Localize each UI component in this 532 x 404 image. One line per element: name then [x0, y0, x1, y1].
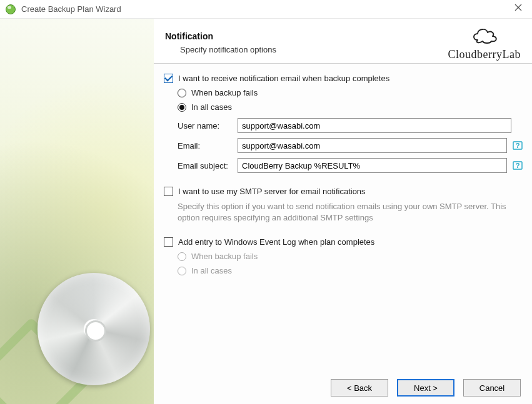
wizard-header: Notification Specify notification option… — [154, 19, 532, 63]
eventlog-label: Add entry to Windows Event Log when plan… — [178, 237, 374, 247]
svg-point-1 — [8, 6, 11, 8]
notify-email-checkbox[interactable] — [164, 74, 173, 83]
disc-graphic — [38, 273, 150, 385]
radio-when-fails-row[interactable]: When backup fails — [178, 88, 523, 97]
username-label: User name: — [178, 121, 238, 131]
smtp-checkbox[interactable] — [164, 187, 173, 196]
radio-all-cases[interactable] — [178, 103, 186, 112]
eventlog-checkbox[interactable] — [164, 237, 173, 247]
notify-email-label: I want to receive notification email whe… — [178, 74, 389, 83]
smtp-label: I want to use my SMTP server for email n… — [178, 187, 366, 196]
eventlog-radio-all-label: In all cases — [191, 266, 232, 275]
svg-text:?: ? — [516, 162, 520, 169]
notify-email-row[interactable]: I want to receive notification email whe… — [164, 74, 523, 83]
cancel-button[interactable]: Cancel — [463, 379, 521, 397]
subject-input[interactable] — [238, 158, 507, 173]
back-button[interactable]: < Back — [331, 379, 388, 397]
svg-point-0 — [6, 4, 16, 14]
eventlog-row[interactable]: Add entry to Windows Event Log when plan… — [164, 237, 523, 247]
email-label: Email: — [178, 141, 238, 150]
radio-all-cases-label: In all cases — [191, 102, 232, 112]
subject-label: Email subject: — [178, 161, 238, 170]
titlebar: Create Backup Plan Wizard — [0, 0, 532, 19]
close-icon[interactable] — [511, 2, 526, 14]
svg-text:?: ? — [516, 142, 520, 149]
wizard-sidebar — [0, 19, 154, 404]
smtp-description: Specify this option if you want to send … — [178, 201, 515, 224]
subject-help-icon[interactable]: ? — [512, 160, 523, 171]
email-input[interactable] — [238, 138, 507, 153]
email-help-icon[interactable]: ? — [512, 140, 523, 151]
eventlog-radio-fails — [178, 252, 186, 261]
brand-logo: CloudberryLab — [448, 25, 521, 61]
wizard-content: I want to receive notification email whe… — [154, 63, 532, 372]
cloud-icon — [448, 25, 521, 47]
brand-name: CloudberryLab — [448, 48, 521, 61]
smtp-row[interactable]: I want to use my SMTP server for email n… — [164, 187, 523, 196]
eventlog-radio-all-row: In all cases — [178, 266, 523, 275]
radio-when-fails[interactable] — [178, 89, 186, 97]
wizard-button-bar: < Back Next > Cancel — [154, 372, 532, 404]
username-input[interactable] — [238, 118, 511, 133]
app-icon — [5, 4, 16, 15]
eventlog-radio-fails-label: When backup fails — [191, 252, 258, 261]
next-button[interactable]: Next > — [397, 379, 454, 397]
window-title: Create Backup Plan Wizard — [21, 4, 121, 14]
radio-when-fails-label: When backup fails — [191, 88, 258, 97]
eventlog-radio-all — [178, 267, 186, 275]
radio-all-cases-row[interactable]: In all cases — [178, 102, 523, 112]
eventlog-radio-fails-row: When backup fails — [178, 252, 523, 261]
